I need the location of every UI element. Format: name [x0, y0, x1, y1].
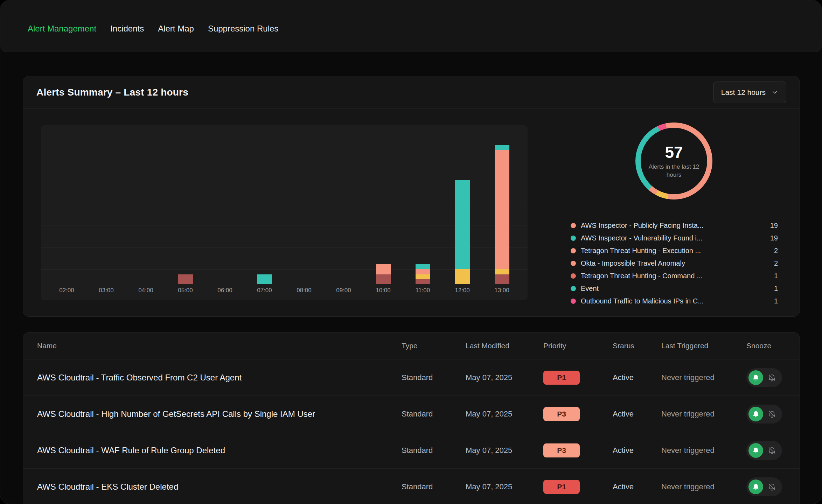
bell-icon[interactable] [748, 370, 763, 385]
bell-icon[interactable] [748, 443, 763, 458]
teal-segment [495, 145, 509, 150]
teal-segment [416, 264, 430, 269]
chart-x-axis: 02:0003:0004:0005:0006:0007:0008:0009:00… [41, 284, 528, 300]
bar-07:00 [257, 274, 272, 284]
gridline [41, 159, 528, 159]
bell-slash-icon[interactable] [765, 443, 779, 458]
legend-count: 19 [770, 222, 778, 230]
legend-count: 2 [774, 247, 778, 255]
tab-suppression-rules[interactable]: Suppression Rules [208, 24, 278, 34]
table-row[interactable]: AWS Cloudtrail - Traffic Observed From C… [23, 359, 800, 396]
legend-dot-icon [571, 223, 576, 228]
chevron-down-icon [771, 89, 778, 96]
legend-item-aws-inspector-publicly-facing-insta[interactable]: AWS Inspector - Publicly Facing Insta...… [571, 219, 778, 232]
x-tick-06:00: 06:00 [205, 287, 245, 294]
time-range-dropdown[interactable]: Last 12 hours [713, 82, 786, 103]
crimson-segment [495, 274, 509, 284]
alerts-bar-chart: 02:0003:0004:0005:0006:0007:0008:0009:00… [41, 125, 528, 300]
alert-type: Standard [402, 373, 466, 382]
bell-slash-icon[interactable] [765, 407, 779, 421]
legend-dot-icon [571, 273, 576, 279]
x-tick-12:00: 12:00 [443, 287, 482, 294]
gridline [41, 203, 528, 203]
legend-item-aws-inspector-vulnerability-found-i[interactable]: AWS Inspector - Vulnerability Found i...… [571, 232, 778, 244]
tab-incidents[interactable]: Incidents [110, 24, 144, 34]
legend-label: Tetragon Threat Hunting - Execution ... [581, 247, 701, 255]
legend-dot-icon [571, 261, 576, 266]
bar-10:00 [376, 264, 391, 284]
legend-count: 1 [774, 285, 778, 293]
priority-badge: P3 [543, 407, 580, 421]
x-tick-02:00: 02:00 [47, 287, 86, 294]
snooze-control[interactable] [746, 405, 782, 424]
bar-12:00 [455, 180, 470, 284]
tab-alert-map[interactable]: Alert Map [158, 24, 194, 34]
alert-name: AWS Cloudtrail - WAF Rule of Rule Group … [37, 446, 402, 455]
bar-13:00 [495, 145, 509, 284]
bell-icon[interactable] [748, 479, 763, 494]
x-tick-07:00: 07:00 [245, 287, 284, 294]
coral-segment [495, 150, 509, 270]
bell-slash-icon[interactable] [765, 370, 779, 385]
gridline [41, 225, 528, 225]
crimson-segment [416, 279, 430, 284]
table-row[interactable]: AWS Cloudtrail - EKS Cluster DeletedStan… [23, 468, 800, 504]
alert-name: AWS Cloudtrail - High Number of GetSecre… [37, 409, 402, 419]
priority-badge: P1 [543, 480, 580, 494]
alert-last-modified: May 07, 2025 [466, 446, 543, 455]
snooze-control[interactable] [746, 368, 782, 387]
tab-alert-management[interactable]: Alert Management [28, 24, 96, 34]
legend-item-tetragon-threat-hunting-execution[interactable]: Tetragon Threat Hunting - Execution ...2 [571, 244, 778, 257]
alert-status: Active [613, 373, 661, 382]
app-window: Alert ManagementIncidentsAlert MapSuppre… [0, 0, 822, 504]
bar-05:00 [178, 274, 193, 284]
snooze-control[interactable] [746, 441, 782, 460]
top-nav: Alert ManagementIncidentsAlert MapSuppre… [0, 0, 822, 52]
col-header-name: Name [37, 342, 402, 350]
teal-segment [455, 180, 470, 269]
donut-center: 57 Alerts in the last 12 hours [641, 128, 707, 194]
amber-segment [416, 274, 430, 279]
legend-item-event[interactable]: Event1 [571, 282, 778, 295]
x-tick-05:00: 05:00 [166, 287, 205, 294]
priority-badge: P3 [543, 443, 580, 457]
col-header-last-modified: Last Modified [466, 342, 543, 350]
nav-tabs: Alert ManagementIncidentsAlert MapSuppre… [28, 24, 278, 34]
legend-count: 2 [774, 259, 778, 267]
alert-type: Standard [402, 410, 466, 419]
legend-count: 19 [770, 234, 778, 242]
alert-type: Standard [402, 482, 466, 491]
x-tick-09:00: 09:00 [324, 287, 363, 294]
legend-dot-icon [571, 299, 576, 304]
alerts-summary-card: Alerts Summary – Last 12 hours Last 12 h… [23, 76, 800, 317]
x-tick-08:00: 08:00 [284, 287, 324, 294]
legend-item-tetragon-threat-hunting-command[interactable]: Tetragon Threat Hunting - Command ...1 [571, 270, 778, 282]
legend-label: AWS Inspector - Vulnerability Found i... [581, 234, 703, 242]
amber-segment [495, 269, 509, 274]
snooze-control[interactable] [746, 477, 782, 496]
legend-label: AWS Inspector - Publicly Facing Insta... [581, 222, 704, 230]
alert-status: Active [613, 410, 661, 419]
table-row[interactable]: AWS Cloudtrail - High Number of GetSecre… [23, 396, 800, 432]
alerts-table-card: NameTypeLast ModifiedPrioritySrarusLast … [23, 332, 800, 504]
bell-slash-icon[interactable] [765, 479, 779, 494]
chart-legend: AWS Inspector - Publicly Facing Insta...… [571, 219, 778, 307]
x-tick-13:00: 13:00 [482, 287, 522, 294]
table-row[interactable]: AWS Cloudtrail - WAF Rule of Rule Group … [23, 432, 800, 468]
legend-dot-icon [571, 286, 576, 291]
coral-segment [376, 264, 391, 274]
bar-11:00 [416, 264, 430, 284]
amber-segment [455, 269, 470, 284]
alert-last-modified: May 07, 2025 [466, 410, 543, 419]
alert-last-triggered: Never triggered [661, 446, 746, 455]
gridline [41, 247, 528, 247]
alert-last-modified: May 07, 2025 [466, 373, 543, 382]
gridline [41, 137, 528, 137]
legend-item-outbound-traffic-to-malicious-ips-in-c[interactable]: Outbound Traffic to Malicious IPs in C..… [571, 295, 778, 307]
gridline [41, 181, 528, 181]
col-header-priority: Priority [543, 342, 613, 350]
priority-badge: P1 [543, 371, 580, 385]
legend-item-okta-impossible-travel-anomaly[interactable]: Okta - Impossible Travel Anomaly2 [571, 257, 778, 270]
crimson-segment [376, 274, 391, 284]
bell-icon[interactable] [748, 407, 763, 421]
